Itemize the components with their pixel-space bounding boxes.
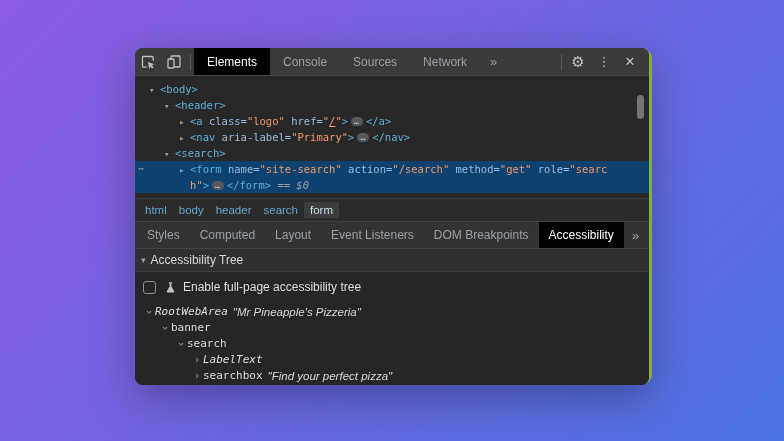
enable-full-page-checkbox[interactable] (143, 281, 156, 294)
dom-tree-row[interactable]: ▸<a class="logo" href="/">…</a> (135, 113, 649, 129)
accessibility-pane: Enable full-page accessibility tree ›Roo… (135, 272, 649, 385)
breadcrumb-item-form[interactable]: form (304, 202, 339, 218)
inspect-icon[interactable] (135, 48, 161, 75)
dom-tree-row[interactable]: h">…</form> == $0 (135, 177, 649, 193)
full-page-a11y-toggle-row: Enable full-page accessibility tree (135, 276, 649, 298)
chevron-down-icon[interactable]: › (173, 338, 189, 350)
chevron-right-icon[interactable]: › (191, 368, 203, 384)
dom-tree: ▾<body>▾<header>▸<a class="logo" href="/… (135, 76, 649, 198)
toolbar-divider (190, 54, 191, 70)
kebab-menu-icon[interactable]: ⋮ (591, 48, 617, 75)
tab-accessibility[interactable]: Accessibility (539, 222, 624, 248)
sidebar-tab-strip: StylesComputedLayoutEvent ListenersDOM B… (135, 221, 649, 248)
tab-elements[interactable]: Elements (194, 48, 270, 75)
toolbar-divider (561, 54, 562, 70)
devtools-toolbar: ElementsConsoleSourcesNetwork » ⚙ ⋮ ✕ (135, 48, 649, 76)
accessibility-tree-section-header[interactable]: ▾ Accessibility Tree (135, 248, 649, 272)
breadcrumb-item-search[interactable]: search (257, 202, 304, 218)
close-icon[interactable]: ✕ (617, 48, 643, 75)
desktop-background: ElementsConsoleSourcesNetwork » ⚙ ⋮ ✕ ▾<… (0, 0, 784, 441)
section-title: Accessibility Tree (151, 253, 244, 267)
accessibility-tree: ›RootWebArea"Mr Pineapple's Pizzeria"›ba… (135, 304, 649, 384)
tab-dom-breakpoints[interactable]: DOM Breakpoints (424, 222, 539, 248)
device-toolbar-icon-svg (166, 54, 182, 70)
a11y-node-banner[interactable]: ›banner (135, 320, 649, 336)
a11y-node-search[interactable]: ›search (135, 336, 649, 352)
collapsed-content-icon: … (357, 133, 369, 142)
chevron-right-icon[interactable]: › (191, 352, 203, 368)
tab-styles[interactable]: Styles (137, 222, 190, 248)
a11y-node-searchbox[interactable]: ›searchbox"Find your perfect pizza" (135, 368, 649, 384)
tab-network[interactable]: Network (410, 48, 480, 75)
main-tab-strip: ElementsConsoleSourcesNetwork (194, 48, 480, 75)
toolbar-right-controls: ⚙ ⋮ ✕ (558, 48, 649, 75)
collapsed-content-icon: … (351, 117, 363, 126)
devtools-panel: ElementsConsoleSourcesNetwork » ⚙ ⋮ ✕ ▾<… (135, 48, 649, 385)
scrollbar-thumb[interactable] (637, 95, 644, 119)
section-expand-icon: ▾ (141, 255, 146, 265)
breadcrumb-item-header[interactable]: header (210, 202, 258, 218)
dom-tree-rows: ▾<body>▾<header>▸<a class="logo" href="/… (135, 81, 649, 193)
collapsed-content-icon: … (212, 181, 224, 190)
tab-console[interactable]: Console (270, 48, 340, 75)
tab-layout[interactable]: Layout (265, 222, 321, 248)
dom-tree-row[interactable]: ▾<body> (135, 81, 649, 97)
tab-computed[interactable]: Computed (190, 222, 265, 248)
device-toolbar-icon[interactable] (161, 48, 187, 75)
breadcrumb-item-html[interactable]: html (139, 202, 173, 218)
breadcrumb: htmlbodyheadersearchform (135, 198, 649, 221)
more-tabs-icon[interactable]: » (480, 48, 507, 75)
breadcrumb-item-body[interactable]: body (173, 202, 210, 218)
a11y-node-labeltext[interactable]: ›LabelText (135, 352, 649, 368)
devtools-window: ElementsConsoleSourcesNetwork » ⚙ ⋮ ✕ ▾<… (135, 48, 652, 385)
sidebar-tabs: StylesComputedLayoutEvent ListenersDOM B… (137, 222, 624, 248)
dom-tree-row[interactable]: ▾<search> (135, 145, 649, 161)
dom-tree-row[interactable]: ⋯▸<form name="site-search" action="/sear… (135, 161, 649, 177)
dom-tree-row[interactable]: ▾<header> (135, 97, 649, 113)
inspect-icon-svg (140, 54, 156, 70)
chevron-down-icon[interactable]: › (141, 306, 157, 318)
flask-icon (164, 281, 177, 294)
settings-gear-icon[interactable]: ⚙ (565, 48, 591, 75)
chevron-down-icon[interactable]: › (157, 322, 173, 334)
dom-tree-row[interactable]: ▸<nav aria-label="Primary">…</nav> (135, 129, 649, 145)
more-sidebar-tabs-icon[interactable]: » (624, 222, 647, 248)
checkbox-label: Enable full-page accessibility tree (183, 280, 361, 294)
a11y-node-rootwebarea[interactable]: ›RootWebArea"Mr Pineapple's Pizzeria" (135, 304, 649, 320)
tab-event-listeners[interactable]: Event Listeners (321, 222, 424, 248)
tab-sources[interactable]: Sources (340, 48, 410, 75)
